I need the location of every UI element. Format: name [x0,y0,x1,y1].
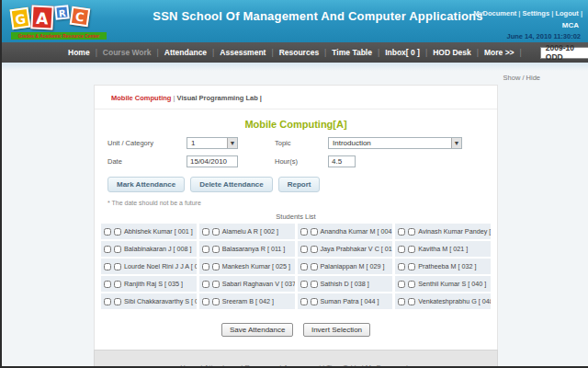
student-cell: Sreeram B [ 042 ] [199,293,295,309]
nav-item[interactable]: Attendance [164,48,220,57]
attendance-checkbox-a[interactable] [398,281,405,288]
nav-item[interactable]: Time Table [332,48,385,57]
student-name: Ranjith Raj S [ 035 ] [124,280,183,288]
invert-selection-button[interactable]: Invert Selection [303,323,370,337]
attendance-checkbox-a[interactable] [300,246,308,253]
attendance-checkbox-b[interactable] [408,246,415,253]
attendance-checkbox-b[interactable] [311,228,318,236]
unit-category-value: 1 [187,139,227,147]
attendance-checkbox-a[interactable] [104,281,111,288]
student-cell: Alamelu A R [ 002 ] [199,224,295,239]
student-name: Anandha Kumar M [ 004 ] [321,227,393,236]
top-link[interactable]: Settings [523,9,556,17]
footer-link[interactable]: Resources [244,363,283,368]
date-input[interactable] [187,155,238,167]
attendance-checkbox-b[interactable] [212,298,220,305]
attendance-checkbox-b[interactable] [114,246,121,253]
nav-item[interactable]: Course Work [103,48,164,57]
attendance-checkbox-b[interactable] [212,246,220,253]
student-name: Sibi Chakkaravarthy S [ 041 ] [124,297,197,305]
attendance-checkbox-b[interactable] [114,228,121,236]
nav-item[interactable]: HOD Desk [433,48,484,57]
attendance-checkbox-a[interactable] [202,281,209,288]
student-name: Sabari Raghavan V [ 037 ] [222,280,295,288]
breadcrumb-mobile-computing[interactable]: Mobile Computing [111,94,171,102]
app-header: GARC Grades & Academic Resource Center S… [2,0,588,42]
attendance-checkbox-b[interactable] [212,263,220,270]
student-cell: Kavitha M [ 021 ] [395,241,491,257]
attendance-checkbox-b[interactable] [408,263,415,270]
attendance-checkbox-a[interactable] [300,281,308,288]
breadcrumb-divider [95,109,497,109]
topic-select[interactable]: Introduction ▼ [328,137,462,149]
student-cell: Sathish D [ 038 ] [298,276,393,292]
student-cell: Balasaranya R [ 011 ] [199,241,295,257]
save-attendance-button[interactable]: Save Attendance [221,323,294,337]
attendance-checkbox-a[interactable] [300,228,308,236]
student-cell: Balabinakaran J [ 008 ] [101,241,197,257]
unit-category-select[interactable]: 1 ▼ [187,137,238,149]
footer-link[interactable]: Time Table [326,363,365,368]
nav-item[interactable]: Assessment [220,48,278,57]
student-cell: Ranjith Raj S [ 035 ] [101,276,197,292]
attendance-checkbox-a[interactable] [398,246,405,253]
date-warning-note: * The date should not be a future [107,200,484,206]
topic-value: Introduction [329,139,451,147]
report-button[interactable]: Report [278,177,321,192]
attendance-checkbox-b[interactable] [311,298,318,305]
attendance-checkbox-a[interactable] [398,228,405,236]
attendance-checkbox-b[interactable] [212,281,220,288]
session-dropdown[interactable]: 2009-10 ODD ▼ [540,47,588,59]
attendance-checkbox-a[interactable] [202,263,209,270]
attendance-checkbox-b[interactable] [114,281,121,288]
attendance-checkbox-b[interactable] [408,298,415,305]
delete-attendance-button[interactable]: Delete Attendance [190,177,273,192]
attendance-checkbox-b[interactable] [311,281,318,288]
garc-logo[interactable]: GARC Grades & Academic Resource Center [11,3,107,40]
nav-item[interactable]: Home [68,48,103,57]
attendance-checkbox-a[interactable] [104,263,111,270]
nav-items: HomeCourse WorkAttendanceAssessmentResou… [68,48,527,57]
attendance-checkbox-a[interactable] [300,263,308,270]
logo-letter-c: C [70,6,91,28]
hours-input[interactable] [328,155,356,167]
attendance-checkbox-b[interactable] [408,228,415,236]
footer-link[interactable]: Attendance [204,363,244,368]
attendance-checkbox-b[interactable] [212,228,220,236]
student-name: Suman Patra [ 044 ] [321,297,379,305]
attendance-checkbox-a[interactable] [202,298,209,305]
attendance-checkbox-a[interactable] [202,228,209,236]
top-link[interactable]: MyDocument [473,9,522,17]
nav-item[interactable]: Resources [279,48,333,57]
footer-link[interactable]: Assessment [283,363,326,368]
footer-link[interactable]: Home [180,363,204,368]
student-cell: Palaniappan M [ 029 ] [298,259,393,274]
attendance-checkbox-b[interactable] [408,281,415,288]
student-name: Balabinakaran J [ 008 ] [124,245,192,253]
attendance-checkbox-a[interactable] [398,298,405,305]
student-cell: Sabari Raghavan V [ 037 ] [199,276,295,292]
attendance-checkbox-a[interactable] [300,298,308,305]
student-name: Sathish D [ 038 ] [321,280,369,288]
nav-item[interactable]: More >> [484,48,527,57]
attendance-checkbox-a[interactable] [398,263,405,270]
breadcrumb-visual-programming-lab[interactable]: Visual Programming Lab | [177,94,262,102]
footer-link[interactable]: My Documents [366,363,412,368]
attendance-checkbox-b[interactable] [311,246,318,253]
attendance-checkbox-b[interactable] [114,263,121,270]
attendance-checkbox-a[interactable] [104,298,111,305]
top-user-links: MyDocumentSettingsLogout [473,3,582,19]
show-hide-link[interactable]: Show / Hide [503,74,540,82]
session-dropdown-value: 2009-10 ODD [541,43,588,62]
mark-attendance-button[interactable]: Mark Attendance [107,177,185,192]
student-cell: Jaya Prabhakar V C [ 017 ] [298,241,393,257]
attendance-checkbox-a[interactable] [104,228,111,236]
nav-item[interactable]: Inbox[ 0 ] [385,48,433,57]
top-link[interactable]: Logout [555,9,582,17]
attendance-checkbox-b[interactable] [114,298,121,305]
attendance-form: Unit / Category 1 ▼ Topic Introduction ▼… [107,137,484,167]
student-cell: Abhishek Kumar [ 001 ] [101,224,197,239]
attendance-checkbox-a[interactable] [104,246,111,253]
attendance-checkbox-a[interactable] [202,246,209,253]
attendance-checkbox-b[interactable] [311,263,318,270]
